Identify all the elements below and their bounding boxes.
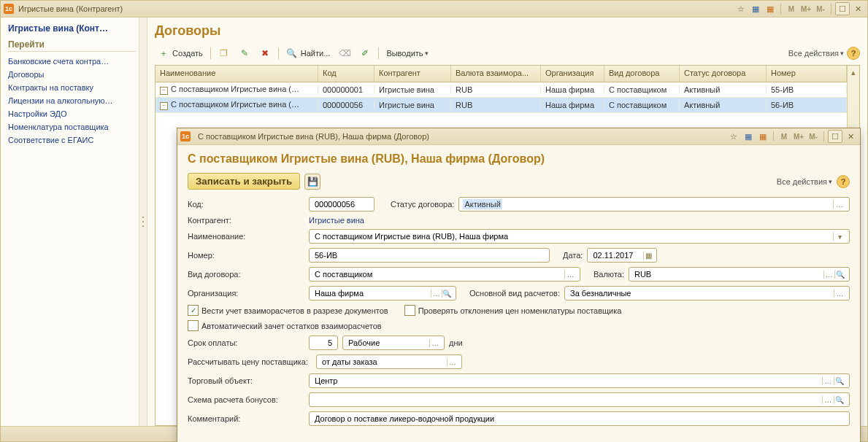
mem-mplus-button[interactable]: M+: [799, 3, 813, 15]
price-calc-input-wrapper: …: [316, 354, 462, 369]
dots-button[interactable]: …: [447, 358, 458, 366]
grid-row[interactable]: −С поставщиком Игристые вина (… 00000005…: [155, 98, 847, 113]
sidebar-item-supply[interactable]: Контракты на поставку: [8, 81, 136, 94]
delete-button[interactable]: ✖: [256, 46, 274, 61]
help-button[interactable]: ?: [847, 47, 860, 60]
search-button[interactable]: 🔍: [834, 396, 845, 404]
output-button[interactable]: Выводить ▾: [383, 46, 431, 61]
label-trade-obj: Торговый объект:: [188, 376, 304, 385]
edit-button[interactable]: ✎: [236, 46, 253, 61]
close-button[interactable]: ✕: [844, 131, 857, 142]
maximize-button[interactable]: ☐: [828, 130, 842, 143]
type-input[interactable]: [313, 269, 564, 279]
all-actions-button[interactable]: Все действия ▾: [788, 49, 844, 58]
sidebar-item-egais[interactable]: Соответствие с ЕГАИС: [8, 133, 136, 147]
status-value[interactable]: Активный: [463, 199, 502, 209]
mem-mminus-button[interactable]: M-: [814, 3, 827, 15]
sidebar-section: Перейти: [8, 39, 136, 52]
dots-button[interactable]: …: [823, 271, 834, 279]
pay-qty-input[interactable]: [313, 338, 334, 348]
sidebar-item-nomenclature[interactable]: Номенклатура поставщика: [8, 120, 136, 133]
label-status: Статус договора:: [391, 200, 454, 209]
mem-m-button[interactable]: M: [777, 131, 791, 142]
sidebar-item-license[interactable]: Лицензии на алкогольную…: [8, 94, 136, 107]
pay-unit-input[interactable]: [347, 338, 429, 348]
window-title: Игристые вина (Контрагент): [18, 4, 734, 13]
refresh-button[interactable]: ✐: [356, 46, 374, 61]
calendar-icon[interactable]: ▦: [756, 131, 769, 142]
calendar-button[interactable]: ▦: [643, 252, 653, 260]
dots-button[interactable]: …: [564, 271, 576, 279]
label-pay-term: Срок оплаты:: [188, 338, 304, 347]
panel-collapser[interactable]: [139, 18, 147, 426]
main-calc-input[interactable]: [569, 288, 834, 298]
sidebar-item-bank[interactable]: Банковские счета контра…: [8, 55, 136, 68]
help-button[interactable]: ?: [837, 175, 850, 188]
search-button[interactable]: 🔍: [834, 377, 845, 385]
chevron-down-icon: ▾: [840, 50, 844, 57]
comment-input[interactable]: [313, 414, 845, 424]
trade-obj-input[interactable]: [313, 376, 822, 386]
mem-m-button[interactable]: M: [785, 3, 798, 15]
search-button[interactable]: 🔍: [442, 290, 452, 298]
agent-link[interactable]: Игристые вина: [309, 216, 364, 225]
currency-input-wrapper: … 🔍: [629, 267, 850, 282]
checkbox-auto-offset[interactable]: [188, 320, 199, 331]
checkbox-docs[interactable]: [188, 305, 199, 316]
col-type[interactable]: Вид договора: [604, 66, 680, 82]
favorite-icon[interactable]: ☆: [734, 3, 748, 15]
dots-button[interactable]: …: [833, 201, 845, 209]
price-calc-input[interactable]: [320, 357, 447, 367]
col-agent[interactable]: Контрагент: [375, 66, 451, 82]
create-button[interactable]: ＋ Создать: [155, 46, 206, 61]
mem-mminus-button[interactable]: M-: [807, 131, 820, 142]
grid-row[interactable]: −С поставщиком Игристые вина (… 00000000…: [155, 82, 847, 98]
code-input[interactable]: [313, 199, 370, 209]
chevron-down-icon: ▾: [425, 50, 429, 57]
all-actions-button[interactable]: Все действия ▾: [777, 177, 832, 186]
save-button[interactable]: 💾: [304, 174, 320, 190]
date-input[interactable]: [591, 250, 642, 260]
col-org[interactable]: Организация: [541, 66, 604, 82]
name-input[interactable]: [313, 231, 833, 241]
number-input[interactable]: [313, 250, 545, 260]
copy-button[interactable]: ❐: [215, 46, 233, 61]
bonus-input-wrapper: … 🔍: [309, 392, 850, 407]
cb-auto-wrap: Автоматический зачет остатков взаиморасч…: [188, 320, 382, 331]
find-button[interactable]: 🔍 Найти...: [283, 46, 334, 61]
dropdown-button[interactable]: ▾: [833, 233, 845, 241]
dots-button[interactable]: …: [822, 377, 834, 385]
calendar-icon[interactable]: ▦: [764, 3, 777, 15]
bonus-input[interactable]: [313, 395, 822, 405]
label-main-calc: Основной вид расчетов:: [469, 289, 560, 298]
calc-icon[interactable]: ▦: [742, 131, 755, 142]
mem-mplus-button[interactable]: M+: [792, 131, 805, 142]
dots-button[interactable]: …: [834, 290, 845, 298]
checkbox-price-deviation[interactable]: [404, 305, 415, 316]
delete-icon: ✖: [259, 47, 271, 59]
close-button[interactable]: ✕: [851, 3, 864, 15]
col-number[interactable]: Номер: [767, 66, 847, 82]
sidebar-item-contracts[interactable]: Договоры: [8, 68, 136, 81]
favorite-icon[interactable]: ☆: [727, 131, 740, 142]
dots-button[interactable]: …: [431, 290, 441, 298]
label-price-calc: Рассчитывать цену поставщика:: [188, 357, 312, 366]
clear-filter-button[interactable]: ⌫: [336, 46, 353, 61]
dots-button[interactable]: …: [429, 339, 440, 347]
col-status[interactable]: Статус договора: [680, 66, 767, 82]
label-number: Номер:: [188, 251, 304, 260]
calc-icon[interactable]: ▦: [749, 3, 762, 15]
col-cur[interactable]: Валюта взаимора...: [451, 66, 541, 82]
search-button[interactable]: 🔍: [834, 271, 845, 279]
all-actions-label: Все действия: [788, 49, 839, 58]
save-close-button[interactable]: Записать и закрыть: [188, 173, 300, 190]
col-name[interactable]: Наименование: [155, 66, 318, 82]
org-input-wrapper: … 🔍: [309, 286, 456, 301]
currency-input[interactable]: [633, 269, 823, 279]
scroll-up-icon[interactable]: ▴: [848, 66, 859, 79]
col-code[interactable]: Код: [318, 66, 375, 82]
org-input[interactable]: [313, 288, 431, 298]
dots-button[interactable]: …: [822, 396, 834, 404]
sidebar-item-edo[interactable]: Настройки ЭДО: [8, 107, 136, 120]
maximize-button[interactable]: ☐: [835, 2, 850, 15]
